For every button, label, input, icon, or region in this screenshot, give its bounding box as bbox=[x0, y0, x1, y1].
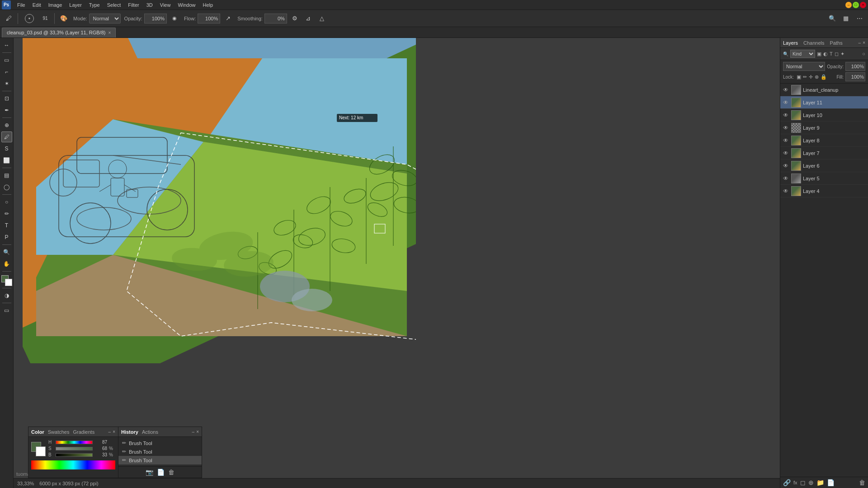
eraser-tool[interactable]: ⬜ bbox=[1, 155, 12, 166]
zoom-tool[interactable]: 🔍 bbox=[1, 247, 12, 258]
new-snapshot-button[interactable]: 📷 bbox=[146, 469, 153, 476]
new-document-button[interactable]: 📄 bbox=[157, 469, 165, 476]
bright-slider[interactable] bbox=[56, 453, 93, 457]
opacity-input[interactable] bbox=[845, 62, 865, 71]
lock-artboards-icon[interactable]: ⊗ bbox=[815, 74, 819, 80]
layers-tab[interactable]: Layers bbox=[783, 40, 798, 46]
new-group-button[interactable]: 📁 bbox=[816, 479, 824, 486]
layers-collapse-button[interactable]: – bbox=[859, 40, 861, 45]
fill-input[interactable] bbox=[845, 72, 865, 81]
history-item-2[interactable]: ✏ Brush Tool bbox=[118, 447, 202, 456]
wand-tool[interactable]: ✶ bbox=[1, 78, 12, 89]
filter-adjustment-icon[interactable]: ◐ bbox=[823, 51, 828, 57]
layer-mask-button[interactable]: ◻ bbox=[800, 479, 806, 486]
new-layer-button[interactable]: 📄 bbox=[827, 479, 835, 486]
link-layers-button[interactable]: 🔗 bbox=[783, 479, 791, 486]
layer-visibility-8[interactable]: 👁 bbox=[782, 137, 789, 144]
filter-smart-icon[interactable]: ✦ bbox=[840, 51, 844, 57]
layer-kind-select[interactable]: Kind Name Effect bbox=[790, 50, 815, 58]
lock-pixels-icon[interactable]: ▣ bbox=[797, 74, 801, 80]
brush-tool-button[interactable]: 🖊 bbox=[3, 13, 14, 24]
workspaces-button[interactable]: ▦ bbox=[840, 13, 852, 24]
menu-help[interactable]: Help bbox=[199, 1, 217, 9]
color-spectrum[interactable] bbox=[31, 460, 115, 469]
menu-type[interactable]: Type bbox=[85, 1, 104, 9]
maximize-button[interactable]: □ bbox=[853, 2, 859, 8]
fg-bg-colors[interactable] bbox=[1, 275, 12, 286]
menu-image[interactable]: Image bbox=[45, 1, 66, 9]
history-item-1[interactable]: ✏ Brush Tool bbox=[118, 439, 202, 447]
layer-item-11[interactable]: 👁 Layer 11 bbox=[780, 96, 868, 109]
hue-value[interactable]: 87 bbox=[94, 440, 107, 445]
layer-visibility-10[interactable]: 👁 bbox=[782, 112, 789, 118]
filter-type-icon[interactable]: T bbox=[830, 51, 833, 56]
extra-btn[interactable]: △ bbox=[316, 13, 328, 24]
search-button[interactable]: 🔍 bbox=[826, 13, 838, 24]
layer-item-8[interactable]: 👁 Layer 8 bbox=[780, 134, 868, 147]
text-tool[interactable]: T bbox=[1, 220, 12, 231]
menu-3d[interactable]: 3D bbox=[143, 1, 156, 9]
clone-tool[interactable]: S bbox=[1, 143, 12, 154]
smoothing-settings[interactable]: ⚙ bbox=[289, 13, 301, 24]
layer-visibility-4[interactable]: 👁 bbox=[782, 188, 789, 194]
eyedropper-tool[interactable]: ✒ bbox=[1, 105, 12, 116]
lock-all-icon[interactable]: 🔒 bbox=[821, 74, 827, 80]
hand-tool[interactable]: ✋ bbox=[1, 258, 12, 269]
layer-visibility-7[interactable]: 👁 bbox=[782, 150, 789, 156]
layer-item-6[interactable]: 👁 Layer 6 bbox=[780, 160, 868, 172]
layer-visibility-5[interactable]: 👁 bbox=[782, 175, 789, 182]
swatches-tab[interactable]: Swatches bbox=[48, 429, 70, 435]
airbrush-toggle[interactable]: ◉ bbox=[169, 13, 180, 24]
layer-item-7[interactable]: 👁 Layer 7 bbox=[780, 147, 868, 160]
layer-visibility-9[interactable]: 👁 bbox=[782, 125, 789, 131]
delete-state-button[interactable]: 🗑 bbox=[168, 469, 175, 476]
screen-mode-btn[interactable]: ▭ bbox=[1, 305, 12, 316]
fg-bg-swatches[interactable] bbox=[31, 442, 46, 456]
layer-visibility-lineart-cleanup[interactable]: 👁 bbox=[782, 87, 789, 93]
canvas-area[interactable]: Next: 12 km 33,33% 6000 px x 3093 px (72… bbox=[14, 38, 780, 488]
blend-mode-select[interactable]: Normal Multiply Screen Overlay bbox=[783, 62, 825, 71]
color-panel-collapse[interactable]: – bbox=[108, 429, 111, 434]
layer-visibility-11[interactable]: 👁 bbox=[782, 99, 789, 106]
gradients-tab[interactable]: Gradients bbox=[73, 429, 94, 435]
lasso-tool[interactable]: ⌐ bbox=[1, 66, 12, 77]
channels-tab[interactable]: Channels bbox=[803, 40, 824, 46]
history-tab[interactable]: History bbox=[121, 429, 138, 435]
extras-button[interactable]: ⋯ bbox=[854, 13, 865, 24]
menu-filter[interactable]: Filter bbox=[124, 1, 142, 9]
menu-edit[interactable]: Edit bbox=[29, 1, 45, 9]
paths-tab[interactable]: Paths bbox=[830, 40, 843, 46]
blur-tool[interactable]: ◯ bbox=[1, 182, 12, 192]
quick-mask-btn[interactable]: ◑ bbox=[1, 290, 12, 301]
menu-window[interactable]: Window bbox=[174, 1, 199, 9]
crop-tool[interactable]: ⊡ bbox=[1, 93, 12, 104]
adjustment-layer-button[interactable]: ⊕ bbox=[808, 479, 814, 486]
menu-file[interactable]: File bbox=[14, 1, 29, 9]
color-tab[interactable]: Color bbox=[31, 429, 44, 435]
path-tool[interactable]: P bbox=[1, 232, 12, 243]
menu-select[interactable]: Select bbox=[104, 1, 125, 9]
smoothing-input[interactable] bbox=[264, 14, 287, 23]
layer-item-4[interactable]: 👁 Layer 4 bbox=[780, 185, 868, 197]
filter-pixel-icon[interactable]: ▣ bbox=[817, 51, 821, 57]
layer-item-lineart-cleanup[interactable]: 👁 Lineart_cleanup bbox=[780, 84, 868, 96]
opacity-input[interactable] bbox=[144, 14, 167, 23]
bg-color-swatch[interactable] bbox=[5, 279, 12, 286]
close-button[interactable]: × bbox=[860, 2, 866, 8]
layers-close-button[interactable]: × bbox=[863, 40, 865, 45]
layer-visibility-6[interactable]: 👁 bbox=[782, 163, 789, 169]
brush-tool[interactable]: 🖊 bbox=[1, 131, 12, 142]
tab-close-button[interactable]: × bbox=[108, 30, 111, 35]
filter-toggle[interactable]: ○ bbox=[862, 51, 865, 56]
layer-item-5[interactable]: 👁 Layer 5 bbox=[780, 172, 868, 185]
delete-layer-button[interactable]: 🗑 bbox=[859, 479, 865, 486]
move-tool[interactable]: ↔ bbox=[1, 40, 12, 51]
history-item-3[interactable]: ✏ Brush Tool bbox=[118, 456, 202, 465]
actions-tab[interactable]: Actions bbox=[142, 429, 158, 435]
brush-size-stepper[interactable]: 91 bbox=[39, 13, 51, 24]
history-panel-collapse[interactable]: – bbox=[192, 429, 195, 434]
sat-slider[interactable] bbox=[56, 447, 93, 450]
menu-view[interactable]: View bbox=[156, 1, 175, 9]
lock-image-icon[interactable]: ✏ bbox=[803, 74, 807, 80]
flow-input[interactable] bbox=[198, 14, 220, 23]
